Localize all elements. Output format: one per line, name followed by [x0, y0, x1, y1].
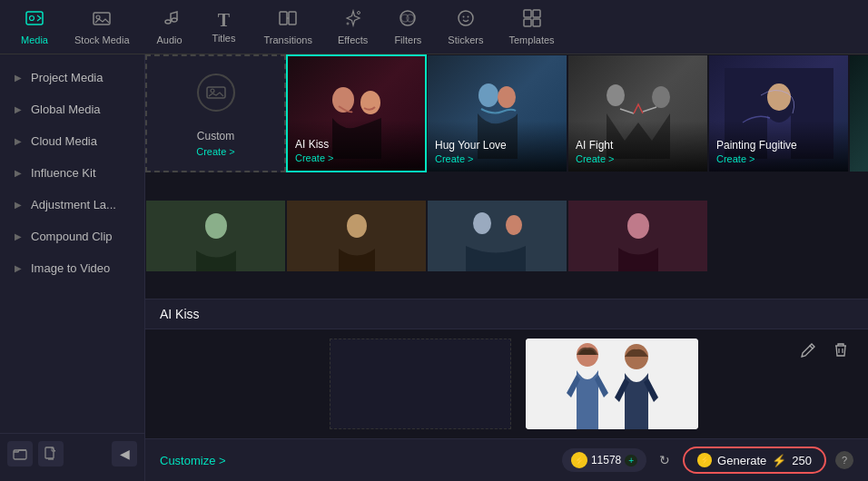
template-row-1: Custom Create >	[145, 54, 868, 200]
template-card-info-fight: AI Fight Create >	[568, 121, 707, 172]
sidebar-label-global-media: Global Media	[31, 103, 101, 116]
template-card-ai-fight[interactable]: AI Fight Create >	[567, 54, 708, 172]
credits-badge: ⚡ 11578 +	[562, 448, 646, 472]
nav-label-transitions: Transitions	[264, 34, 312, 45]
template-card-img-r2c1	[146, 201, 285, 272]
svg-point-27	[360, 91, 380, 114]
svg-point-15	[467, 16, 469, 18]
nav-item-templates[interactable]: Templates	[496, 3, 567, 52]
chevron-icon-5: ▶	[15, 200, 22, 210]
svg-rect-19	[533, 19, 540, 26]
preview-area	[145, 329, 868, 438]
svg-rect-17	[533, 10, 540, 17]
refresh-button[interactable]: ↻	[656, 451, 674, 469]
svg-point-14	[462, 16, 464, 18]
audio-icon	[160, 8, 180, 33]
sidebar-item-cloud-media[interactable]: ▶ Cloud Media	[0, 125, 144, 157]
svg-rect-7	[289, 12, 296, 25]
sidebar-label-cloud-media: Cloud Media	[31, 134, 97, 148]
sidebar-item-global-media[interactable]: ▶ Global Media	[0, 93, 144, 125]
content-area: Custom Create >	[145, 54, 868, 481]
template-card-create-painting[interactable]: Create >	[716, 153, 841, 164]
nav-item-stickers[interactable]: Stickers	[435, 3, 496, 52]
effects-icon	[343, 8, 363, 33]
sidebar-label-compound: Compound Clip	[31, 230, 113, 243]
template-row2-card1[interactable]	[145, 200, 286, 272]
customize-button[interactable]: Customize >	[160, 454, 226, 467]
stickers-icon	[456, 8, 476, 33]
template-card-title-ai-kiss: AI Kiss	[295, 138, 418, 151]
template-card-create-fight[interactable]: Create >	[576, 153, 700, 164]
nav-item-stock-media[interactable]: Stock Media	[62, 3, 143, 52]
generate-cost-icon: ⚡	[772, 454, 786, 467]
template-card-info-ai-kiss: AI Kiss Create >	[288, 120, 425, 171]
template-card-img-r2c2	[287, 201, 426, 272]
generate-icon: ⚡	[697, 453, 712, 467]
svg-rect-16	[524, 10, 531, 17]
nav-item-titles[interactable]: T Titles	[197, 3, 252, 52]
nav-item-filters[interactable]: Filters	[380, 3, 435, 52]
help-button[interactable]: ?	[835, 451, 853, 469]
filters-icon	[398, 8, 418, 33]
nav-label-effects: Effects	[338, 34, 368, 45]
chevron-icon-2: ▶	[15, 104, 22, 114]
custom-card-create[interactable]: Create >	[196, 146, 235, 157]
custom-card-title: Custom	[197, 130, 234, 142]
custom-add-icon	[194, 71, 238, 123]
svg-point-31	[652, 86, 670, 108]
sidebar-item-project-media[interactable]: ▶ Project Media	[0, 62, 144, 93]
template-card-hug-your-love[interactable]: Hug Your Love Create >	[427, 54, 567, 172]
template-card-title-fight: AI Fight	[576, 139, 700, 152]
template-card-create-hug[interactable]: Create >	[435, 153, 559, 164]
nav-label-stock: Stock Media	[74, 34, 130, 45]
template-card-extra[interactable]	[849, 54, 868, 172]
sidebar-item-adjustment-layer[interactable]: ▶ Adjustment La...	[0, 189, 144, 221]
svg-rect-21	[45, 447, 54, 458]
template-row2-card2[interactable]	[286, 200, 427, 272]
generate-button[interactable]: ⚡ Generate ⚡ 250	[683, 447, 826, 474]
collapse-sidebar-button[interactable]: ◀	[112, 441, 137, 466]
sidebar-item-influence-kit[interactable]: ▶ Influence Kit	[0, 157, 144, 189]
delete-button[interactable]	[828, 337, 853, 362]
sidebar-item-image-to-video[interactable]: ▶ Image to Video	[0, 252, 144, 284]
template-row2-card3[interactable]	[427, 200, 567, 272]
nav-item-audio[interactable]: Audio	[143, 3, 197, 52]
template-row-2	[145, 200, 708, 299]
sidebar-item-compound-clip[interactable]: ▶ Compound Clip	[0, 221, 144, 252]
nav-item-transitions[interactable]: Transitions	[252, 3, 325, 52]
svg-point-1	[30, 16, 35, 21]
template-card-img-r2c3	[428, 201, 567, 272]
template-card-create-ai-kiss[interactable]: Create >	[295, 152, 418, 163]
bottom-panel-title: AI Kiss	[145, 299, 868, 329]
svg-point-40	[506, 215, 522, 235]
bottom-panel-body	[145, 329, 868, 438]
chevron-icon-4: ▶	[15, 168, 22, 178]
edit-button[interactable]	[795, 337, 821, 362]
svg-point-30	[607, 84, 625, 106]
sidebar-bottom: ◀	[0, 433, 144, 474]
new-folder-button[interactable]	[7, 441, 33, 466]
template-card-painting-fugitive[interactable]: Painting Fugitive Create >	[708, 54, 849, 172]
nav-label-stickers: Stickers	[448, 34, 483, 45]
transitions-icon	[278, 8, 298, 33]
svg-point-5	[172, 18, 177, 22]
svg-point-24	[211, 89, 214, 93]
sidebar: ▶ Project Media ▶ Global Media ▶ Cloud M…	[0, 54, 145, 481]
chevron-icon-3: ▶	[15, 136, 22, 146]
svg-point-13	[459, 11, 473, 25]
nav-item-media[interactable]: Media	[7, 3, 62, 52]
chevron-icon-7: ▶	[15, 263, 22, 273]
nav-label-audio: Audio	[156, 34, 182, 45]
generate-cost: 250	[792, 454, 812, 467]
import-file-button[interactable]	[38, 441, 64, 466]
template-card-ai-kiss[interactable]: AI Kiss Create >	[286, 54, 427, 172]
credits-count: 11578	[591, 454, 621, 466]
template-card-title-painting: Painting Fugitive	[716, 139, 841, 152]
svg-point-9	[347, 23, 349, 25]
nav-item-effects[interactable]: Effects	[325, 3, 380, 52]
svg-point-42	[627, 213, 649, 239]
svg-point-39	[473, 212, 491, 234]
template-row2-card4[interactable]	[567, 200, 708, 272]
credits-add-button[interactable]: +	[625, 455, 637, 466]
template-card-custom[interactable]: Custom Create >	[145, 54, 286, 172]
